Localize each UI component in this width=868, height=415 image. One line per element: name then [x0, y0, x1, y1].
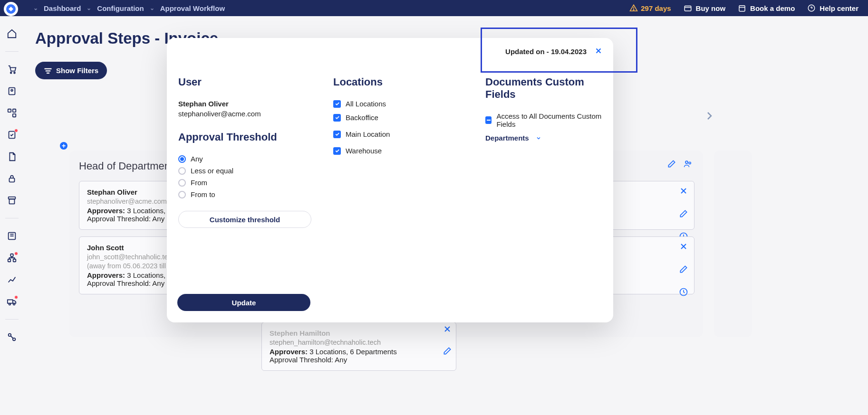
app-logo[interactable]	[4, 2, 18, 16]
checkbox-icon	[333, 147, 341, 155]
users-panel-icon[interactable]	[683, 159, 693, 170]
svg-point-32	[685, 161, 688, 163]
user-heading: User	[178, 76, 314, 88]
edit-approver-icon[interactable]	[443, 346, 452, 358]
remove-approver-icon[interactable]	[679, 186, 688, 198]
lock-icon[interactable]	[7, 173, 17, 184]
checkbox-icon	[333, 100, 341, 108]
breadcrumb-item[interactable]: Approval Workflow	[160, 4, 225, 12]
reports-icon[interactable]	[7, 274, 17, 285]
home-icon[interactable]	[7, 28, 17, 39]
radio-icon	[178, 167, 186, 175]
chevron-down-icon[interactable]: ⌄	[33, 5, 38, 11]
svg-rect-3	[685, 6, 691, 11]
book-demo-label: Book a demo	[750, 4, 795, 12]
approvers-value: 3 Locations, 6 Departments	[309, 348, 396, 356]
svg-rect-13	[13, 114, 16, 117]
archive-icon[interactable]	[7, 195, 17, 206]
topbar: ⌄ Dashboard ⌄ Configuration ⌄ Approval W…	[0, 0, 868, 16]
svg-point-7	[10, 72, 12, 74]
threshold-option-any[interactable]: Any	[178, 155, 314, 163]
breadcrumb-item[interactable]: Dashboard	[44, 4, 81, 12]
svg-point-8	[14, 72, 15, 74]
customize-threshold-button[interactable]: Customize threshold	[178, 211, 311, 228]
add-step-button[interactable]: +	[60, 142, 68, 150]
edit-approver-icon[interactable]	[679, 264, 688, 276]
orders-icon[interactable]	[7, 86, 17, 96]
svg-rect-24	[8, 300, 13, 303]
help-center-label: Help center	[820, 4, 858, 12]
update-button[interactable]: Update	[177, 294, 310, 311]
breadcrumb: ⌄ Dashboard ⌄ Configuration ⌄ Approval W…	[33, 4, 225, 12]
shipping-icon[interactable]	[7, 296, 17, 307]
checkbox-label: Warehouse	[346, 147, 382, 155]
trial-days-text: 297 days	[641, 4, 671, 12]
remove-approver-icon[interactable]	[443, 324, 452, 336]
svg-rect-12	[13, 109, 16, 112]
svg-rect-17	[10, 199, 15, 204]
departments-toggle[interactable]: Departments	[485, 134, 602, 142]
org-icon[interactable]	[7, 253, 17, 263]
checkbox-label: Backoffice	[346, 113, 378, 122]
buy-now-link[interactable]: Buy now	[684, 4, 726, 12]
threshold-option-less-equal[interactable]: Less or equal	[178, 167, 314, 175]
departments-label: Departments	[485, 134, 529, 142]
chevron-down-icon[interactable]: ⌄	[150, 5, 154, 11]
sidebar	[0, 16, 24, 415]
help-center-link[interactable]: Help center	[807, 4, 858, 12]
approvers-label: Approvers:	[87, 271, 125, 279]
notification-dot	[14, 252, 18, 255]
notification-dot	[14, 295, 18, 299]
show-filters-label: Show Filters	[56, 66, 98, 75]
show-filters-button[interactable]: Show Filters	[35, 62, 107, 79]
divider	[5, 218, 19, 218]
svg-rect-23	[13, 259, 16, 262]
svg-point-2	[633, 9, 634, 10]
threshold-heading: Approval Threshold	[178, 131, 314, 143]
buy-now-label: Buy now	[696, 4, 726, 12]
cart-icon[interactable]	[7, 64, 17, 75]
checkbox-icon	[333, 131, 341, 138]
svg-rect-22	[8, 259, 11, 262]
threshold-option-from[interactable]: From	[178, 179, 314, 187]
chevron-down-icon	[536, 135, 541, 141]
svg-rect-4	[739, 6, 745, 11]
svg-rect-31	[47, 72, 49, 73]
locations-heading: Locations	[333, 76, 466, 88]
svg-rect-11	[8, 109, 11, 112]
checkbox-label: All Locations	[346, 100, 386, 108]
items-icon[interactable]	[7, 108, 17, 118]
threshold-option-from-to[interactable]: From to	[178, 190, 314, 198]
remove-approver-icon[interactable]	[679, 242, 688, 253]
integrations-icon[interactable]	[7, 332, 17, 342]
dcf-access-checkbox[interactable]: Access to All Documents Custom Fields	[485, 112, 602, 128]
documents-icon[interactable]	[7, 151, 17, 162]
budget-icon[interactable]	[7, 231, 17, 241]
approvers-label: Approvers:	[270, 348, 308, 356]
svg-point-10	[11, 89, 13, 91]
location-warehouse-checkbox[interactable]: Warehouse	[333, 147, 466, 155]
breadcrumb-item[interactable]: Configuration	[97, 4, 144, 12]
chevron-down-icon[interactable]: ⌄	[87, 5, 91, 11]
notification-dot	[14, 129, 18, 132]
history-approver-icon[interactable]	[679, 287, 688, 299]
close-modal-button[interactable]	[594, 47, 603, 57]
svg-point-26	[13, 303, 15, 305]
divider	[5, 319, 19, 320]
location-all-checkbox[interactable]: All Locations	[333, 100, 466, 108]
edit-approver-icon[interactable]	[679, 209, 688, 220]
location-main-checkbox[interactable]: Main Location	[333, 130, 466, 138]
book-demo-link[interactable]: Book a demo	[738, 4, 795, 12]
approver-name: Stephen Hamilton	[270, 329, 448, 337]
checkbox-icon	[333, 114, 341, 122]
next-step-arrow[interactable]	[704, 110, 715, 123]
trial-days[interactable]: 297 days	[629, 4, 671, 12]
svg-rect-29	[45, 68, 52, 69]
radio-label: Any	[191, 155, 203, 163]
location-backoffice-checkbox[interactable]: Backoffice	[333, 113, 466, 122]
svg-rect-15	[10, 178, 15, 182]
approvals-icon[interactable]	[7, 130, 17, 140]
svg-rect-30	[46, 70, 51, 71]
radio-label: From to	[191, 190, 215, 198]
edit-panel-icon[interactable]	[667, 159, 676, 170]
